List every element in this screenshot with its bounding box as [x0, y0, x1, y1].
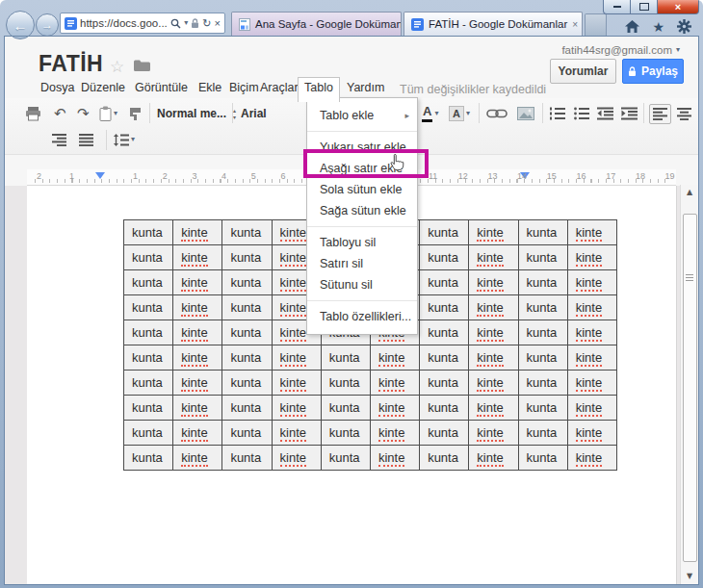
scroll-up-icon[interactable]: ▲: [681, 188, 698, 196]
align-center-button[interactable]: [677, 100, 691, 127]
menubar-item-yardım[interactable]: Yardım: [347, 81, 384, 94]
table-cell[interactable]: kinte: [272, 371, 321, 396]
table-cell[interactable]: kunta: [420, 320, 469, 345]
highlight-color-button[interactable]: A ▾: [449, 100, 470, 127]
home-icon[interactable]: [625, 20, 639, 33]
gear-icon[interactable]: [677, 19, 691, 34]
table-cell[interactable]: kunta: [420, 371, 469, 396]
table-cell[interactable]: kinte: [567, 421, 616, 446]
table-cell[interactable]: kinte: [567, 220, 616, 245]
bulleted-list-button[interactable]: [573, 100, 589, 127]
scrollbar-thumb[interactable]: [683, 214, 697, 562]
undo-button[interactable]: ↶: [54, 100, 66, 127]
table-cell[interactable]: kunta: [222, 320, 272, 345]
forward-button[interactable]: →: [36, 13, 59, 37]
table-cell[interactable]: kunta: [124, 345, 173, 371]
table-cell[interactable]: kinte: [173, 371, 222, 396]
style-selector[interactable]: Normal me... ▴▾: [157, 100, 236, 127]
table-cell[interactable]: kunta: [124, 220, 173, 245]
redo-button[interactable]: ↷: [77, 100, 90, 127]
table-cell[interactable]: kunta: [321, 446, 370, 471]
menubar-item-görüntüle[interactable]: Görüntüle: [135, 81, 188, 94]
table-cell[interactable]: kunta: [321, 371, 370, 396]
table-cell[interactable]: kunta: [321, 421, 370, 446]
menubar-item-dosya[interactable]: Dosya: [40, 81, 74, 94]
insert-image-button[interactable]: [517, 100, 534, 127]
menu-item-tabloyu-sil[interactable]: Tabloyu sil: [307, 232, 417, 253]
paste-button[interactable]: ▾: [99, 100, 117, 127]
table-cell[interactable]: kinte: [567, 396, 616, 421]
table-cell[interactable]: kinte: [469, 220, 518, 245]
table-cell[interactable]: kinte: [469, 421, 518, 446]
table-cell[interactable]: kunta: [222, 421, 272, 446]
back-button[interactable]: ←: [6, 11, 35, 39]
paint-format-button[interactable]: [129, 100, 143, 127]
table-cell[interactable]: kunta: [518, 345, 567, 371]
align-right-button[interactable]: [52, 128, 66, 151]
table-cell[interactable]: kinte: [469, 245, 518, 270]
table-cell[interactable]: kinte: [173, 421, 222, 446]
table-cell[interactable]: kunta: [518, 421, 567, 446]
menubar-item-ekle[interactable]: Ekle: [198, 81, 221, 94]
table-cell[interactable]: kinte: [567, 270, 616, 295]
print-button[interactable]: [25, 100, 41, 127]
table-cell[interactable]: kunta: [518, 371, 567, 396]
menubar-item-düzenle[interactable]: Düzenle: [81, 81, 125, 94]
line-spacing-button[interactable]: ▾: [114, 128, 135, 151]
table-cell[interactable]: kunta: [518, 295, 567, 320]
document-title[interactable]: FATİH: [39, 51, 103, 77]
tab-fatih[interactable]: FATİH - Google Dokümanlar ×: [404, 12, 583, 36]
tab-ana-sayfa[interactable]: Ana Sayfa - Google Dokümanlar: [231, 12, 402, 36]
table-cell[interactable]: kinte: [370, 371, 419, 396]
table-cell[interactable]: kunta: [518, 396, 567, 421]
table-cell[interactable]: kunta: [518, 270, 567, 295]
font-selector[interactable]: Arial: [241, 100, 267, 127]
table-cell[interactable]: kinte: [567, 345, 616, 371]
table-cell[interactable]: kunta: [124, 320, 173, 345]
align-left-button[interactable]: [649, 100, 671, 127]
numbered-list-button[interactable]: [549, 100, 565, 127]
table-cell[interactable]: kunta: [420, 270, 469, 295]
text-color-button[interactable]: A ▾: [422, 100, 438, 127]
table-cell[interactable]: kunta: [420, 245, 469, 270]
menubar-item-biçim[interactable]: Biçim: [229, 81, 259, 94]
maximize-button[interactable]: [631, 0, 658, 14]
table-cell[interactable]: kinte: [173, 345, 222, 371]
vertical-scrollbar[interactable]: ▲ ▼: [680, 185, 698, 585]
table-cell[interactable]: kinte: [567, 320, 616, 345]
table-cell[interactable]: kinte: [272, 345, 321, 371]
menu-item-tablo-ekle[interactable]: Tablo ekle▸: [307, 105, 417, 126]
new-tab-button[interactable]: [585, 13, 607, 36]
left-indent-marker[interactable]: [95, 172, 105, 179]
decrease-indent-button[interactable]: [597, 100, 613, 127]
address-bar[interactable]: https://docs.goo... ▾ ↻ ×: [60, 13, 225, 34]
table-cell[interactable]: kinte: [173, 220, 222, 245]
table-cell[interactable]: kinte: [567, 295, 616, 320]
insert-link-button[interactable]: [486, 100, 508, 127]
table-cell[interactable]: kinte: [272, 421, 321, 446]
table-cell[interactable]: kunta: [518, 245, 567, 270]
search-icon[interactable]: [170, 18, 181, 29]
table-cell[interactable]: kunta: [124, 245, 173, 270]
refresh-icon[interactable]: ↻: [202, 18, 211, 29]
stop-icon[interactable]: ×: [215, 18, 221, 29]
table-cell[interactable]: kunta: [420, 220, 469, 245]
table-cell[interactable]: kunta: [222, 446, 272, 471]
table-cell[interactable]: kinte: [173, 320, 222, 345]
table-cell[interactable]: kunta: [124, 371, 173, 396]
table-cell[interactable]: kunta: [518, 446, 567, 471]
table-cell[interactable]: kinte: [567, 371, 616, 396]
folder-icon[interactable]: [134, 60, 150, 71]
favorites-icon[interactable]: ★: [652, 20, 664, 34]
star-document-icon[interactable]: ☆: [110, 57, 124, 77]
table-cell[interactable]: kunta: [222, 295, 272, 320]
table-cell[interactable]: kunta: [420, 295, 469, 320]
table-cell[interactable]: kinte: [370, 345, 419, 371]
table-cell[interactable]: kunta: [222, 396, 272, 421]
table-cell[interactable]: kinte: [469, 446, 518, 471]
justify-button[interactable]: [79, 128, 93, 151]
table-cell[interactable]: kunta: [222, 345, 272, 371]
table-cell[interactable]: kinte: [272, 446, 321, 471]
table-cell[interactable]: kunta: [518, 320, 567, 345]
table-cell[interactable]: kunta: [420, 396, 469, 421]
